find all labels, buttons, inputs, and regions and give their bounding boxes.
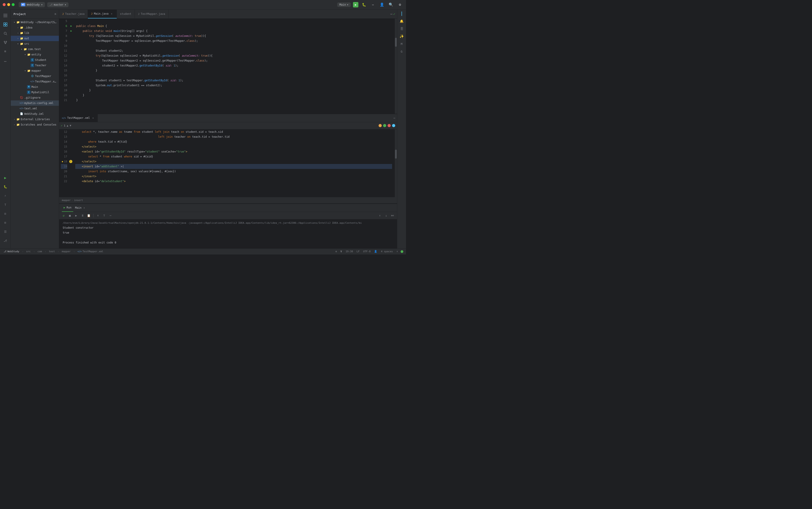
right-panel-notifications[interactable]: 🔔: [398, 18, 405, 25]
run-tab[interactable]: ▶ Run: [62, 204, 73, 212]
main-code-editor[interactable]: 5 6 7 8 9 10 11 12 13 14 15 16 17 18: [59, 19, 397, 114]
more-options-button[interactable]: ⋯: [370, 2, 376, 7]
run-button[interactable]: ▶: [353, 2, 359, 7]
run-config-selector[interactable]: Main ▾: [337, 2, 351, 7]
tab-close-main[interactable]: ×: [110, 12, 113, 15]
git-panel-button[interactable]: T: [1, 201, 9, 209]
terminal-button[interactable]: ⊡: [1, 210, 9, 218]
branch-selector[interactable]: ⎇ master ▾: [47, 2, 69, 7]
tree-item-testmapper-iface[interactable]: › ⓘ TestMapper: [11, 73, 59, 79]
main-editor-scrollbar[interactable]: [395, 19, 397, 114]
tab-teacher-java[interactable]: J Teacher.java: [59, 10, 88, 19]
sidebar-settings-icon[interactable]: ⚙: [55, 12, 56, 15]
tree-item-entity[interactable]: ▾ 📁 entity: [11, 52, 59, 57]
notifications-indicator: [402, 11, 402, 16]
minimize-button[interactable]: [7, 3, 10, 6]
status-line-sep[interactable]: LF: [356, 250, 361, 253]
status-indent[interactable]: 4 spaces: [380, 250, 394, 253]
status-settings-icon[interactable]: ⚙: [335, 250, 338, 253]
status-path-src[interactable]: src: [25, 250, 32, 253]
pause-button[interactable]: ⏸: [80, 213, 85, 218]
scroll-end-button[interactable]: ⬇: [95, 213, 101, 218]
run-config-tab-close[interactable]: ×: [82, 206, 86, 210]
more-tools-button[interactable]: …: [1, 56, 9, 65]
tree-arrow-lib: ›: [16, 31, 20, 35]
plus-minus-button[interactable]: ⊕⊖: [390, 213, 395, 218]
services-button[interactable]: ⚡: [1, 192, 9, 200]
split-tab-close[interactable]: ×: [91, 116, 95, 120]
status-path-test[interactable]: test: [48, 250, 56, 253]
maximize-button[interactable]: [12, 3, 14, 6]
tree-item-webstudy-iml[interactable]: › 📄 WebStudy.iml: [11, 111, 59, 116]
tree-item-external-libs[interactable]: › 📁 External Libraries: [11, 116, 59, 122]
tree-item-mybatis-config[interactable]: › </> mybatis-config.xml: [11, 100, 59, 106]
resume-button[interactable]: ▶: [73, 213, 79, 218]
tab-main-java[interactable]: J Main.java ×: [88, 10, 117, 19]
find-button[interactable]: [1, 29, 9, 37]
rerun-button[interactable]: ↺: [61, 213, 66, 218]
sidebar-toggle-button[interactable]: [1, 11, 9, 20]
tree-item-teacher[interactable]: › C Teacher: [11, 63, 59, 68]
structure-button[interactable]: ⊞: [1, 47, 9, 56]
plugins-button[interactable]: ☰: [1, 228, 9, 236]
search-everywhere-button[interactable]: 🔍: [387, 2, 394, 7]
tab-student[interactable]: student: [117, 10, 135, 19]
tree-item-src[interactable]: ▾ 📁 src: [11, 41, 59, 46]
status-v-icon[interactable]: V: [339, 250, 343, 253]
settings-button[interactable]: ⚙: [397, 2, 403, 7]
close-button[interactable]: [3, 3, 6, 6]
more-tabs-button[interactable]: ⋯: [390, 12, 393, 16]
tree-item-webstudy[interactable]: ▾ 📁 WebStudy ~/Desktop/CS/Jav: [11, 20, 59, 25]
find-down-arrow[interactable]: ▼: [70, 124, 71, 127]
svg-rect-6: [6, 25, 7, 26]
down-arrow-button[interactable]: ↓: [383, 213, 389, 218]
status-path-file[interactable]: </> TestMapper.xml: [77, 250, 104, 253]
status-profile-icon[interactable]: 👤: [373, 250, 378, 253]
tree-item-idea[interactable]: › 📁 .idea: [11, 25, 59, 30]
right-panel-maven[interactable]: M: [398, 41, 405, 47]
debug-button[interactable]: 🐛: [361, 2, 367, 7]
tree-item-main[interactable]: › M Main: [11, 84, 59, 90]
run-panel-button[interactable]: ▶: [1, 174, 9, 182]
problems-button[interactable]: ⊟: [1, 219, 9, 227]
git-extra-button[interactable]: ⎇: [1, 237, 9, 245]
dump-threads-button[interactable]: 📋: [86, 213, 92, 218]
status-upload-icon[interactable]: ⬆: [396, 250, 399, 253]
tree-label-idea: .idea: [24, 26, 32, 29]
find-up-arrow[interactable]: ▲: [67, 124, 68, 127]
tree-item-comtest[interactable]: ▾ 📁 com.test: [11, 46, 59, 52]
status-encoding[interactable]: UTF-8: [362, 250, 371, 253]
status-path-com[interactable]: com: [37, 250, 43, 253]
tree-item-out[interactable]: › 📁 out: [11, 36, 59, 41]
xml-icon-text: </>: [20, 107, 23, 110]
xml-editor-scrollbar[interactable]: [395, 129, 397, 197]
tree-item-student[interactable]: › C Student: [11, 57, 59, 63]
tree-item-mapper[interactable]: ▾ 📁 mapper: [11, 68, 59, 73]
status-time[interactable]: 19:30: [345, 250, 354, 253]
up-arrow-button[interactable]: ↑: [377, 213, 383, 218]
split-tab-testmapper-xml[interactable]: </> TestMapper.xml ×: [59, 114, 98, 122]
project-view-button[interactable]: [1, 21, 9, 29]
debug-panel-button[interactable]: 🐛: [1, 183, 9, 191]
account-button[interactable]: 👤: [379, 2, 385, 7]
tree-item-text-xml[interactable]: › </> text.xml: [11, 106, 59, 111]
status-branch[interactable]: ⎇ WebStudy: [3, 250, 20, 253]
tree-item-scratches[interactable]: › 📁 Scratches and Consoles: [11, 122, 59, 127]
right-panel-gradle[interactable]: G: [398, 48, 405, 55]
tree-item-mybatisutil[interactable]: › C MybatisUtil: [11, 90, 59, 95]
right-panel-ai[interactable]: ✨: [398, 33, 405, 40]
vcs-button[interactable]: [1, 38, 9, 46]
more-run-button[interactable]: ⋯: [108, 213, 113, 218]
tree-item-testmapper-xml[interactable]: › </> TestMapper.xml: [11, 79, 59, 84]
status-path-mapper[interactable]: mapper: [61, 250, 72, 253]
run-config-tab[interactable]: Main ×: [75, 206, 86, 210]
project-selector[interactable]: WS WebStudy ▾: [19, 2, 45, 7]
xml-code-editor[interactable]: 12 13 14 15 16 17 ●18 19 20 21 22: [59, 129, 397, 197]
tree-item-gitignore[interactable]: › 🚫 .gitignore: [11, 95, 59, 100]
right-panel-db[interactable]: 🗄: [398, 25, 405, 32]
tree-item-lib[interactable]: › 📁 lib: [11, 30, 59, 36]
tab-testmapper-java[interactable]: J TestMapper.java: [135, 10, 169, 19]
stop-button[interactable]: ■: [67, 213, 73, 218]
filter-button[interactable]: ⊤: [102, 213, 107, 218]
split-more-button[interactable]: ⋯: [394, 116, 395, 120]
